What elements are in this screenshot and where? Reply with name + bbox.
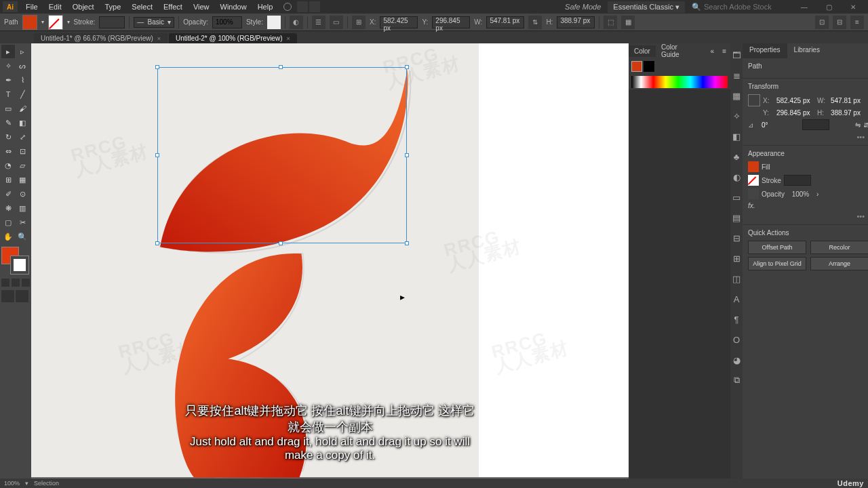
flip-v-icon[interactable]: ⇵ <box>863 121 868 129</box>
layers-icon[interactable]: ≣ <box>730 69 743 81</box>
menu-help[interactable]: Help <box>252 1 279 12</box>
bbox-handle[interactable] <box>155 153 159 157</box>
y-value[interactable]: 296.845 px <box>432 16 470 28</box>
paragraph-icon[interactable]: ¶ <box>730 313 743 325</box>
window-minimize[interactable]: — <box>792 3 816 11</box>
menu-icon[interactable]: ≡ <box>850 16 864 29</box>
scale-tool[interactable]: ⤢ <box>16 130 29 144</box>
canvas[interactable]: RRCG人人素材 RRCG人人素材 RRCG人人素材 RRCG人人素材 RRCG… <box>31 43 629 479</box>
lasso-tool[interactable]: ᔕ <box>16 59 29 73</box>
gpu-icon[interactable] <box>309 1 320 12</box>
character-icon[interactable]: A <box>730 293 743 305</box>
bbox-handle[interactable] <box>155 65 159 69</box>
stroke-color[interactable] <box>11 256 28 274</box>
opentype-icon[interactable]: O <box>730 333 743 346</box>
rotate-tool[interactable]: ↻ <box>1 130 15 144</box>
brush-picker[interactable]: — Basic ▾ <box>134 17 174 28</box>
tab-color-guide[interactable]: Color Guide <box>656 41 696 60</box>
menu-type[interactable]: Type <box>100 1 127 12</box>
fill-stroke-control[interactable] <box>1 247 30 275</box>
offset-path-button[interactable]: Offset Path <box>748 241 806 254</box>
direct-select-tool[interactable]: ▹ <box>16 45 29 58</box>
w-value[interactable]: 547.81 px <box>486 16 524 28</box>
line-tool[interactable]: ╱ <box>16 87 29 101</box>
swatches-icon[interactable]: ◧ <box>730 130 743 142</box>
doc-tab-1[interactable]: Untitled-1* @ 66.67% (RGB/Preview)× <box>34 33 167 43</box>
h-field[interactable]: 388.97 px <box>831 109 868 117</box>
graphic-style-swatch[interactable] <box>267 16 281 29</box>
y-field[interactable]: 296.845 px <box>776 109 814 117</box>
menu-select[interactable]: Select <box>126 1 158 12</box>
align-panel-icon[interactable]: ⊟ <box>730 232 743 244</box>
brush-tool[interactable]: 🖌 <box>16 102 29 115</box>
stroke-swatch[interactable] <box>48 15 63 30</box>
opacity-input[interactable] <box>212 16 242 28</box>
pref2-icon[interactable]: ⊟ <box>833 16 846 29</box>
draw-normal-icon[interactable] <box>1 290 14 302</box>
bbox-handle[interactable] <box>155 241 159 245</box>
tab-libraries[interactable]: Libraries <box>787 43 827 58</box>
shaper-tool[interactable]: ✎ <box>1 116 15 129</box>
h-value[interactable]: 388.97 px <box>557 16 595 28</box>
bbox-handle[interactable] <box>405 153 409 157</box>
artboard-tool[interactable]: ▢ <box>1 216 15 229</box>
pathfinder-icon[interactable]: ⊞ <box>730 252 743 264</box>
transform-panel-icon[interactable]: ◫ <box>730 272 743 285</box>
panel-collapse-icon[interactable]: « <box>707 45 719 57</box>
bbox-handle[interactable] <box>279 241 283 245</box>
link-wh-icon[interactable]: ⇅ <box>528 16 542 29</box>
more-options-icon[interactable]: ••• <box>748 212 868 220</box>
fill-swatch[interactable] <box>22 15 37 30</box>
rectangle-tool[interactable]: ▭ <box>1 102 15 115</box>
close-icon[interactable]: × <box>157 35 161 42</box>
stock-search[interactable]: 🔍 <box>692 3 792 12</box>
transparency-icon[interactable]: ▤ <box>730 211 743 224</box>
chevron-right-icon[interactable]: › <box>816 190 818 198</box>
mask-icon[interactable]: ▦ <box>621 16 635 29</box>
bbox-handle[interactable] <box>279 65 283 69</box>
free-transform-tool[interactable]: ⊡ <box>16 144 29 158</box>
fill-swatch-mini[interactable] <box>631 61 642 72</box>
workspace-switcher[interactable]: Essentials Classic ▾ <box>608 1 685 13</box>
hand-tool[interactable]: ✋ <box>1 230 15 243</box>
close-icon[interactable]: × <box>286 35 290 42</box>
doc-tab-2[interactable]: Untitled-2* @ 100% (RGB/Preview)× <box>169 33 297 43</box>
stroke-weight-dropdown[interactable] <box>784 175 811 186</box>
gradient-mode-icon[interactable] <box>12 279 20 287</box>
isolate-icon[interactable]: ⬚ <box>604 16 617 29</box>
arrange-button[interactable]: Arrange <box>810 257 868 270</box>
recolor-icon[interactable]: ◐ <box>290 16 303 29</box>
tab-color[interactable]: Color <box>629 45 656 57</box>
menu-window[interactable]: Window <box>215 1 252 12</box>
flip-h-icon[interactable]: ⇋ <box>855 121 861 129</box>
stroke-swatch[interactable] <box>748 175 759 186</box>
stock-search-input[interactable] <box>704 3 792 11</box>
stroke-icon[interactable]: ◐ <box>730 171 743 183</box>
stack-icon[interactable]: ⧉ <box>730 374 743 386</box>
panel-menu-icon[interactable]: ≡ <box>718 45 730 57</box>
menu-file[interactable]: File <box>20 1 43 12</box>
recolor-button[interactable]: Recolor <box>810 241 868 254</box>
transform-icon[interactable]: ⊞ <box>352 16 366 29</box>
zoom-tool[interactable]: 🔍 <box>16 230 29 243</box>
menu-edit[interactable]: Edit <box>43 1 67 12</box>
menu-view[interactable]: View <box>188 1 215 12</box>
pref-icon[interactable]: ⊡ <box>815 16 829 29</box>
brushes-icon[interactable]: ✧ <box>730 110 743 122</box>
gradient-icon[interactable]: ▭ <box>730 191 743 203</box>
w-field[interactable]: 547.81 px <box>831 97 868 104</box>
gradient-tool[interactable]: ▦ <box>16 173 29 186</box>
none-mode-icon[interactable] <box>22 279 30 287</box>
menu-object[interactable]: Object <box>67 1 100 12</box>
chevron-down-icon[interactable]: ▾ <box>67 19 70 25</box>
angle-dropdown[interactable] <box>802 119 829 130</box>
align-pixel-button[interactable]: Align to Pixel Grid <box>748 257 806 270</box>
stroke-swatch-mini[interactable] <box>644 61 654 72</box>
asset-icon[interactable]: ▦ <box>730 89 743 102</box>
appearance-icon[interactable]: ◕ <box>730 354 743 366</box>
eraser-tool[interactable]: ◧ <box>16 116 29 129</box>
symbols-icon[interactable]: ♣ <box>730 150 743 163</box>
arrange-docs-icon[interactable] <box>297 1 308 12</box>
screen-mode-icon[interactable] <box>16 290 28 302</box>
color-mode-icon[interactable] <box>1 279 9 287</box>
